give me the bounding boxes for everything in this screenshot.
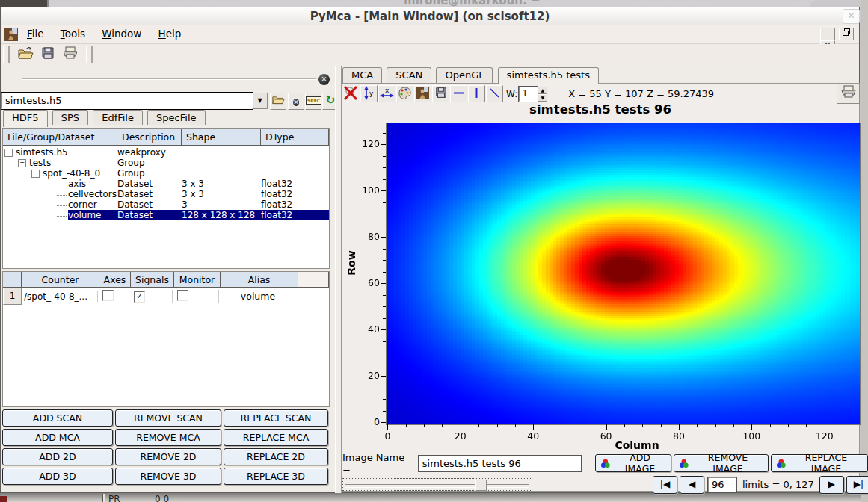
tab-scan[interactable]: SCAN: [387, 67, 431, 83]
menu-window[interactable]: Window: [95, 25, 148, 42]
tab-edffile[interactable]: EdfFile: [93, 110, 143, 126]
frame-number-input[interactable]: 96: [708, 477, 736, 492]
expander-icon[interactable]: −: [18, 159, 26, 167]
alias-value[interactable]: volume: [219, 291, 297, 302]
tree-row[interactable]: cellvectors Dataset3 x 3float32: [3, 189, 329, 199]
replace-scan-button[interactable]: REPLACE SCAN: [224, 409, 328, 427]
y-autoscale-button[interactable]: y: [360, 85, 378, 102]
tree-header-description[interactable]: Description: [117, 129, 182, 146]
print-button[interactable]: [61, 46, 80, 63]
remove-2d-button[interactable]: REMOVE 2D: [115, 448, 221, 465]
menu-tools[interactable]: Tools: [54, 25, 92, 42]
close-source-button[interactable]: ✕: [288, 93, 304, 110]
spin-down-icon[interactable]: ▼: [538, 94, 547, 102]
remove-3d-button[interactable]: REMOVE 3D: [115, 468, 221, 485]
x-tick: [442, 424, 443, 427]
mdi-minimize-button[interactable]: _: [820, 28, 835, 40]
width-spinbox[interactable]: 1 ▲ ▼: [519, 87, 547, 102]
remove-scan-button[interactable]: REMOVE SCAN: [115, 409, 221, 427]
counter-header-axes[interactable]: Axes: [99, 272, 131, 288]
first-frame-button[interactable]: |◀: [653, 476, 677, 494]
save-button[interactable]: [38, 46, 58, 63]
add-image-button[interactable]: ADD IMAGE: [595, 454, 671, 472]
add-3d-button[interactable]: ADD 3D: [2, 468, 113, 485]
tree-row-selected[interactable]: volume Dataset128 x 128 x 128float32: [3, 210, 329, 220]
open-source-button[interactable]: [270, 93, 286, 110]
tree-row[interactable]: −spot_-40-8_0 Group: [3, 168, 329, 179]
previous-frame-button[interactable]: ◀: [680, 476, 704, 494]
toolbar-handle[interactable]: [86, 46, 93, 63]
dock-close-icon[interactable]: ✕: [318, 74, 330, 85]
next-frame-button[interactable]: ▶: [819, 476, 844, 494]
add-2d-button[interactable]: ADD 2D: [2, 448, 113, 465]
y-tick: [383, 202, 386, 203]
dock-title-line[interactable]: [22, 78, 316, 80]
replace-image-button[interactable]: REPLACE IMAGE: [771, 454, 868, 472]
tree-row[interactable]: corner Dataset3float32: [3, 199, 329, 210]
plot-print-button[interactable]: [837, 84, 860, 104]
tab-sps[interactable]: SPS: [52, 110, 88, 126]
tree-row[interactable]: −tests Group: [3, 158, 329, 168]
frame-slider[interactable]: [342, 478, 532, 491]
signals-checkbox[interactable]: ✓: [134, 291, 145, 303]
counter-header-monitor[interactable]: Monitor: [174, 272, 221, 288]
specfile-button[interactable]: SPEC: [305, 93, 321, 110]
replace-3d-button[interactable]: REPLACE 3D: [224, 468, 328, 485]
x-tick: [770, 424, 771, 427]
y-tick: [381, 376, 386, 376]
counter-header-signals[interactable]: Signals: [131, 272, 174, 288]
tree-header-dtype[interactable]: DType: [261, 129, 329, 146]
mdi-restore-button[interactable]: [839, 28, 854, 40]
tab-mca[interactable]: MCA: [342, 67, 382, 83]
menu-file[interactable]: File: [20, 25, 51, 42]
tab-hdf5[interactable]: HDF5: [3, 110, 48, 127]
spin-up-icon[interactable]: ▲: [538, 87, 547, 94]
toolbar-handle[interactable]: [3, 46, 10, 63]
add-mca-button[interactable]: ADD MCA: [2, 429, 113, 446]
monitor-checkbox[interactable]: [177, 290, 188, 301]
counter-header-counter[interactable]: Counter: [22, 272, 99, 288]
axes-checkbox[interactable]: [102, 290, 114, 301]
tab-opengl[interactable]: OpenGL: [436, 67, 493, 83]
tab-specfile[interactable]: SpecFile: [147, 110, 205, 126]
menu-help[interactable]: Help: [152, 25, 188, 42]
tree-connector: [57, 179, 67, 185]
hline-profile-button[interactable]: [450, 85, 467, 102]
tab-simtests[interactable]: simtests.h5 tests: [498, 67, 599, 84]
diagonal-profile-button[interactable]: [486, 85, 503, 102]
expander-icon[interactable]: −: [4, 149, 13, 157]
tree-row[interactable]: −simtests.h5 weakproxy: [3, 147, 329, 158]
image-name-input[interactable]: simtests.h5 tests 96: [419, 456, 581, 471]
save-plot-button[interactable]: [432, 85, 449, 102]
open-file-button[interactable]: [16, 46, 35, 63]
tree-header-name[interactable]: File/Group/Dataset: [3, 129, 117, 146]
file-combobox[interactable]: simtests.h5 ▼: [1, 93, 268, 109]
spin-arrows: ▲ ▼: [538, 87, 547, 102]
snapshot-button[interactable]: [414, 85, 431, 102]
counter-header-alias[interactable]: Alias: [221, 272, 298, 288]
remove-mca-button[interactable]: REMOVE MCA: [115, 429, 221, 446]
window-close-button[interactable]: ✕: [843, 9, 860, 24]
remove-image-button[interactable]: REMOVE IMAGE: [674, 454, 769, 472]
svg-text:y: y: [369, 90, 374, 97]
plot-area: 020406080100120 020406080100120 Row Colu…: [341, 118, 860, 452]
x-autoscale-button[interactable]: x: [378, 85, 395, 102]
slider-handle[interactable]: [475, 480, 487, 491]
heatmap-canvas[interactable]: [386, 123, 861, 425]
replace-2d-button[interactable]: REPLACE 2D: [224, 448, 328, 465]
chevron-down-icon[interactable]: ▼: [252, 93, 268, 109]
pymca-logo-icon: [4, 28, 18, 41]
zoom-reset-button[interactable]: [342, 85, 360, 102]
tree-header-shape[interactable]: Shape: [182, 129, 261, 146]
last-frame-button[interactable]: ▶|: [846, 476, 868, 494]
replace-mca-button[interactable]: REPLACE MCA: [224, 429, 328, 446]
vline-profile-button[interactable]: [468, 85, 485, 102]
file-combobox-value[interactable]: simtests.h5: [1, 93, 252, 109]
colormap-button[interactable]: [396, 85, 413, 102]
width-value[interactable]: 1: [519, 87, 538, 102]
tree-row[interactable]: axis Dataset3 x 3float32: [3, 179, 329, 189]
expander-icon[interactable]: −: [31, 170, 40, 178]
add-scan-button[interactable]: ADD SCAN: [2, 409, 113, 427]
y-tick: [383, 179, 386, 180]
title-bar[interactable]: PyMca - [Main Window] (on scisoft12): [1, 7, 859, 26]
